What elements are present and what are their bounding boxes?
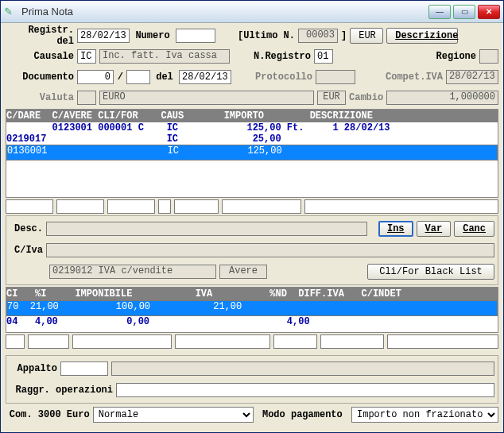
del-field[interactable] bbox=[179, 70, 231, 84]
grid2-header: CI %I IMPONIBILE IVA %ND DIFF.IVA C/INDE… bbox=[6, 288, 498, 300]
cavere-input[interactable] bbox=[56, 199, 104, 214]
label-documento: Documento bbox=[6, 72, 74, 83]
documento-a-field[interactable] bbox=[77, 70, 114, 84]
com3000-select[interactable]: Normale bbox=[93, 407, 254, 423]
table-row[interactable]: 0136001 IC 125,00 bbox=[6, 145, 498, 160]
civa-line: 0219012 IVA c/vendite bbox=[49, 265, 216, 279]
cdare-input[interactable] bbox=[6, 199, 53, 214]
grid1-header: C/DARE C/AVERE CLI/FOR CAUS IMPORTO DESC… bbox=[6, 110, 498, 122]
clifor-input[interactable] bbox=[107, 199, 155, 214]
regione-field bbox=[479, 49, 498, 64]
clifor-blacklist-button[interactable]: Cli/For Black List bbox=[367, 264, 494, 280]
importo-input[interactable] bbox=[222, 199, 301, 214]
causale-desc: Inc. fatt. Iva cassa bbox=[99, 49, 230, 64]
label-civa: C/Iva bbox=[10, 245, 43, 256]
label-desc: Desc. bbox=[10, 223, 43, 234]
valuta-name: EURO bbox=[99, 91, 314, 105]
iva-input-stripe bbox=[6, 334, 498, 349]
titlebar[interactable]: ✎ Prima Nota — ▭ ✕ bbox=[1, 1, 503, 23]
iva-grid[interactable]: CI %I IMPONIBILE IVA %ND DIFF.IVA C/INDE… bbox=[6, 287, 498, 333]
label-cambio: Cambio bbox=[349, 92, 383, 103]
compet-iva-field: 28/02/13 bbox=[446, 70, 498, 84]
label-modo-pag: Modo pagamento bbox=[257, 409, 348, 420]
window-title: Prima Nota bbox=[21, 6, 428, 17]
label-raggr: Raggr. operazioni bbox=[10, 385, 113, 396]
label-valuta: Valuta bbox=[6, 92, 74, 103]
descrizione-button[interactable]: Descrizione bbox=[386, 28, 458, 44]
ultimo-n-bracket: ] bbox=[341, 30, 347, 41]
protocollo-field bbox=[316, 70, 355, 84]
label-compet-iva: Compet.IVA bbox=[386, 72, 443, 83]
numero-field[interactable] bbox=[176, 29, 215, 43]
appalto-field[interactable] bbox=[60, 361, 108, 376]
label-protocollo: Protocollo bbox=[255, 72, 312, 83]
ins-button[interactable]: Ins bbox=[378, 221, 413, 237]
input-stripe bbox=[6, 199, 498, 214]
content-area: Registr. del Numero [Ultimo N. 00003 ] E… bbox=[1, 23, 503, 432]
label-nregistro: N.Registro bbox=[254, 51, 311, 62]
label-del: del bbox=[153, 72, 176, 83]
cambio-value: 1,000000 bbox=[386, 91, 498, 105]
nregistro-field[interactable] bbox=[314, 49, 333, 64]
label-ultimo-n: [Ultimo N. bbox=[238, 30, 295, 41]
ci-input[interactable] bbox=[6, 334, 25, 349]
tipo-input[interactable] bbox=[158, 199, 171, 214]
valuta-blank bbox=[77, 91, 96, 105]
app-icon: ✎ bbox=[4, 6, 17, 18]
maximize-button[interactable]: ▭ bbox=[453, 5, 475, 19]
label-causale: Causale bbox=[6, 51, 74, 62]
table-row[interactable]: 0123001 000001 C IC 125,00 Ft. 1 28/02/1… bbox=[6, 122, 498, 133]
entries-grid[interactable]: C/DARE C/AVERE CLI/FOR CAUS IMPORTO DESC… bbox=[6, 109, 498, 198]
raggr-field[interactable] bbox=[116, 383, 494, 397]
registr-del-field[interactable] bbox=[77, 29, 130, 43]
pcti-input[interactable] bbox=[28, 334, 69, 349]
bottom-panel: Appalto Raggr. operazioni bbox=[6, 355, 498, 404]
table-row[interactable]: 70 21,00 100,00 21,00 bbox=[6, 300, 498, 316]
valuta-code: EUR bbox=[317, 91, 346, 105]
eur-button[interactable]: EUR bbox=[350, 28, 383, 44]
ultimo-n-value: 00003 bbox=[298, 29, 338, 43]
desc-panel: Desc. Ins Var Canc C/Iva 0219012 IVA c/v… bbox=[6, 215, 498, 285]
caus-input[interactable] bbox=[174, 199, 219, 214]
cindet-input[interactable] bbox=[387, 334, 498, 349]
main-window: ✎ Prima Nota — ▭ ✕ Registr. del Numero [… bbox=[0, 0, 504, 433]
pctnd-input[interactable] bbox=[273, 334, 317, 349]
descrizione-input[interactable] bbox=[304, 199, 498, 214]
appalto-desc bbox=[111, 361, 494, 376]
label-registr-del: Registr. del bbox=[6, 25, 74, 47]
causale-code-field[interactable] bbox=[77, 49, 96, 64]
iva-input[interactable] bbox=[175, 334, 270, 349]
desc-field bbox=[46, 222, 367, 236]
imponibile-input[interactable] bbox=[72, 334, 172, 349]
table-row[interactable]: 04 4,00 0,00 4,00 bbox=[6, 316, 498, 327]
minimize-button[interactable]: — bbox=[428, 5, 451, 19]
civa-field bbox=[46, 243, 494, 257]
close-button[interactable]: ✕ bbox=[478, 5, 500, 19]
var-button[interactable]: Var bbox=[417, 221, 452, 237]
table-row[interactable]: 0219017 IC 25,00 bbox=[6, 133, 498, 145]
modo-pag-select[interactable]: Importo non frazionato bbox=[351, 407, 498, 423]
label-com3000: Com. 3000 Euro bbox=[6, 409, 90, 420]
documento-b-field[interactable] bbox=[126, 70, 150, 84]
avere-label: Avere bbox=[219, 265, 267, 279]
diffiva-input[interactable] bbox=[320, 334, 384, 349]
canc-button[interactable]: Canc bbox=[454, 221, 494, 237]
label-regione: Regione bbox=[436, 51, 476, 62]
label-slash: / bbox=[117, 72, 123, 83]
label-numero: Numero bbox=[133, 30, 173, 41]
label-appalto: Appalto bbox=[10, 363, 57, 374]
